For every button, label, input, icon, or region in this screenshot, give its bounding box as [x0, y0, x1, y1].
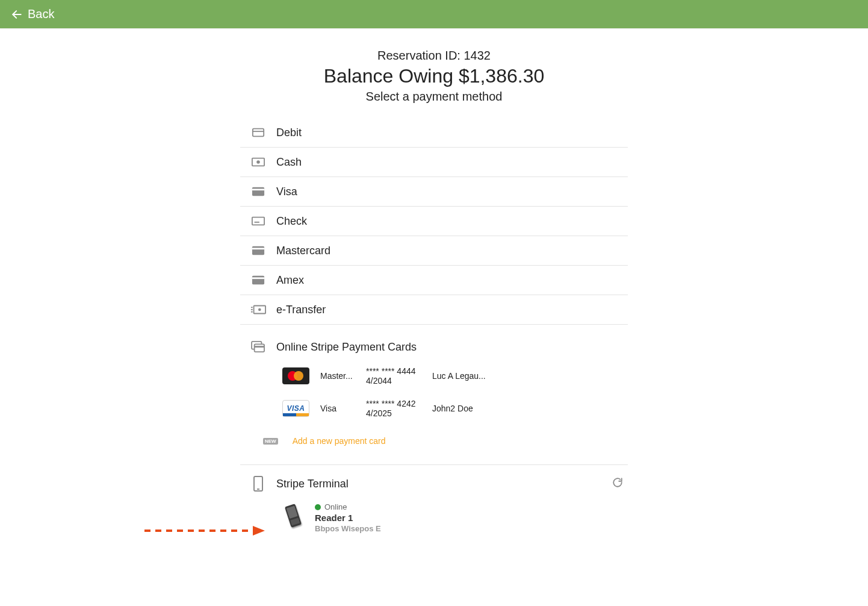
balance-line: Balance Owing $1,386.30	[0, 65, 868, 87]
etransfer-icon	[240, 305, 276, 314]
svg-rect-12	[252, 277, 264, 279]
credit-card-icon	[240, 186, 276, 197]
svg-rect-10	[252, 248, 264, 249]
terminal-section-heading: Stripe Terminal	[276, 478, 349, 490]
svg-point-4	[256, 160, 260, 164]
svg-point-14	[258, 308, 261, 311]
title-block: Reservation ID: 1432 Balance Owing $1,38…	[0, 49, 868, 104]
header-bar: Back	[0, 0, 868, 28]
reader-status-text: Online	[324, 502, 347, 511]
method-mastercard[interactable]: Mastercard	[240, 236, 628, 266]
method-label: Cash	[276, 156, 302, 169]
svg-rect-5	[252, 187, 264, 196]
stripe-terminal-header: Stripe Terminal	[240, 465, 628, 502]
method-check[interactable]: Check	[240, 207, 628, 236]
method-cash[interactable]: Cash	[240, 148, 628, 177]
saved-card-row[interactable]: Master... **** **** 4444 4/2044 Luc A Le…	[282, 360, 628, 392]
method-label: Amex	[276, 274, 304, 287]
method-label: Visa	[276, 186, 297, 198]
card-expiry: 4/2044	[366, 376, 421, 386]
subtitle: Select a payment method	[0, 90, 868, 104]
cash-icon	[240, 157, 276, 167]
svg-rect-9	[252, 246, 264, 255]
method-label: Debit	[276, 127, 302, 139]
reader-info: Online Reader 1 Bbpos Wisepos E	[315, 502, 381, 533]
svg-rect-7	[252, 217, 264, 225]
add-new-card-button[interactable]: NEW Add a new payment card	[240, 425, 628, 457]
status-dot-online-icon	[315, 504, 321, 510]
mastercard-logo-icon	[282, 367, 309, 384]
credit-card-icon	[240, 245, 276, 256]
method-label: e-Transfer	[276, 304, 326, 316]
reservation-prefix: Reservation ID:	[377, 49, 463, 62]
back-button[interactable]: Back	[11, 7, 54, 21]
balance-amount: $1,386.30	[459, 65, 544, 87]
saved-card-row[interactable]: VISA Visa **** **** 4242 4/2025 John2 Do…	[282, 392, 628, 425]
svg-rect-19	[255, 344, 264, 352]
method-label: Check	[276, 215, 307, 228]
balance-prefix: Balance Owing	[324, 65, 459, 87]
card-number-expiry: **** **** 4242 4/2025	[366, 399, 421, 418]
method-debit[interactable]: Debit	[240, 118, 628, 148]
cardholder-name: Luc A Legau...	[432, 371, 486, 381]
reader-name: Reader 1	[315, 513, 381, 523]
cardholder-name: John2 Doe	[432, 404, 473, 413]
debit-card-icon	[240, 126, 276, 139]
card-number-expiry: **** **** 4444 4/2044	[366, 366, 421, 386]
back-label: Back	[28, 7, 54, 21]
card-expiry: 4/2025	[366, 408, 421, 418]
reservation-id: 1432	[463, 49, 491, 62]
reservation-line: Reservation ID: 1432	[0, 49, 868, 63]
svg-rect-6	[252, 189, 264, 190]
card-brand: Master...	[320, 371, 355, 381]
reader-device-icon	[282, 502, 304, 529]
method-visa[interactable]: Visa	[240, 177, 628, 207]
reader-status: Online	[315, 502, 381, 511]
method-label: Mastercard	[276, 245, 330, 257]
svg-rect-1	[253, 129, 264, 137]
arrow-left-icon	[11, 8, 23, 20]
stripe-saved-cards-header: Online Stripe Payment Cards	[240, 325, 628, 360]
terminal-icon	[240, 476, 276, 492]
saved-cards-icon	[240, 341, 276, 353]
card-number: **** **** 4444	[366, 366, 421, 376]
stripe-section-heading: Online Stripe Payment Cards	[276, 341, 417, 354]
method-etransfer[interactable]: e-Transfer	[240, 295, 628, 325]
check-icon	[240, 216, 276, 226]
page-content: Reservation ID: 1432 Balance Owing $1,38…	[0, 28, 868, 557]
svg-rect-20	[255, 346, 264, 348]
payment-method-list: Debit Cash Visa Check	[240, 118, 628, 557]
credit-card-icon	[240, 275, 276, 286]
new-badge-icon: NEW	[263, 438, 278, 445]
add-card-label: Add a new payment card	[293, 436, 386, 446]
saved-cards-list: Master... **** **** 4444 4/2044 Luc A Le…	[240, 360, 628, 425]
card-brand: Visa	[320, 404, 355, 413]
card-number: **** **** 4242	[366, 399, 421, 408]
reader-model: Bbpos Wisepos E	[315, 524, 381, 533]
svg-rect-11	[252, 276, 264, 285]
terminal-reader[interactable]: Online Reader 1 Bbpos Wisepos E	[240, 502, 628, 557]
visa-logo-icon: VISA	[282, 400, 309, 417]
method-amex[interactable]: Amex	[240, 266, 628, 295]
refresh-button[interactable]	[612, 477, 623, 490]
